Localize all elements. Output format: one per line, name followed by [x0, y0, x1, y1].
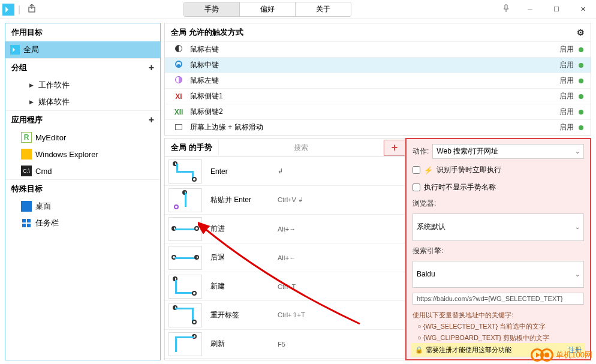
sidebar-item-label: 全局	[23, 44, 39, 55]
main-tabs: 手势 偏好 关于	[183, 2, 351, 17]
status-dot-icon	[579, 63, 583, 68]
dot-circle-icon	[540, 348, 553, 362]
gesture-thumb	[168, 188, 202, 212]
checkbox-hidename[interactable]: 执行时不显示手势名称	[413, 181, 584, 194]
sidebar-section-apps: 应用程序 +	[5, 110, 160, 129]
chevron-down-icon: ⌄	[575, 224, 580, 230]
tab-gestures[interactable]: 手势	[184, 2, 239, 16]
action-label: 动作:	[413, 146, 429, 157]
gesture-row[interactable]: 重开标签Ctrl+⇧+T	[165, 301, 405, 330]
gesture-thumb	[168, 160, 202, 183]
gesture-list: Enter↲ 粘贴并 EnterCtrl+V ↲ 前进Alt+→ 后退Alt+←	[165, 157, 405, 360]
status-dot-icon	[579, 94, 583, 99]
trigger-row[interactable]: XII鼠标侧键2启用	[165, 104, 591, 119]
chevron-down-icon: ⌄	[575, 148, 580, 155]
triangle-icon: ▶	[29, 82, 34, 88]
gesture-row[interactable]: 前进Alt+→	[165, 215, 405, 243]
engine-label: 搜索引擎:	[413, 246, 584, 256]
svg-rect-3	[22, 224, 26, 227]
sidebar: 作用目标 全局 分组 + ▶工作软件 ▶媒体软件 应用程序 + RMyEdito…	[5, 23, 161, 360]
sidebar-item-global[interactable]: 全局	[5, 41, 160, 58]
add-gesture-button[interactable]: +	[384, 140, 405, 156]
add-group-button[interactable]: +	[149, 62, 154, 73]
lightning-icon: ⚡	[424, 166, 433, 175]
svg-rect-2	[27, 219, 31, 222]
titlebar: | 手势 偏好 关于 ─ ☐ ✕	[0, 0, 596, 19]
half-circle-icon	[175, 45, 182, 52]
pin-icon[interactable]	[495, 4, 517, 15]
taskbar-icon	[21, 218, 32, 228]
watermark: 单机100网	[531, 348, 592, 362]
sidebar-item-cmd[interactable]: C:\Cmd	[5, 163, 160, 179]
add-app-button[interactable]: +	[149, 115, 154, 125]
checkbox-immediate[interactable]: ⚡识别手势时立即执行	[413, 164, 584, 176]
engine-select[interactable]: Baidu⌄	[413, 261, 584, 288]
app-icon: R	[21, 132, 32, 143]
svg-rect-4	[27, 224, 31, 227]
divider: |	[17, 4, 22, 15]
action-panel: 动作: Web 搜索/打开网址⌄ ⚡识别手势时立即执行 执行时不显示手势名称 浏…	[405, 138, 591, 360]
circle-icon	[175, 61, 182, 68]
share-icon[interactable]	[24, 4, 40, 14]
close-button[interactable]: ✕	[570, 0, 596, 19]
gesture-thumb	[168, 303, 202, 327]
gesture-row[interactable]: Enter↲	[165, 157, 405, 186]
gesture-search-input[interactable]: 搜索	[218, 140, 384, 155]
folder-icon	[21, 149, 32, 160]
trigger-row[interactable]: XI鼠标侧键1启用	[165, 88, 591, 104]
sidebar-item-media[interactable]: ▶媒体软件	[5, 94, 160, 110]
sidebar-section-target: 作用目标	[5, 23, 160, 41]
gear-icon[interactable]: ⚙	[577, 28, 585, 37]
svg-rect-1	[22, 219, 26, 222]
triangle-icon: ▶	[29, 99, 34, 105]
sidebar-item-explorer[interactable]: Windows Explorer	[5, 146, 160, 163]
chevron-down-icon: ⌄	[575, 271, 580, 278]
lock-icon: 🔒	[415, 346, 423, 354]
trigger-row[interactable]: 鼠标中键启用	[165, 57, 591, 73]
browser-select[interactable]: 系统默认⌄	[413, 213, 584, 241]
rect-icon	[175, 124, 182, 130]
x1-icon: XI	[172, 92, 185, 101]
url-input[interactable]: https://baidu.com/s?wd={WG_SELECTED_TEXT…	[413, 293, 584, 305]
status-dot-icon	[579, 79, 583, 83]
x2-icon: XII	[172, 108, 185, 116]
sidebar-item-myeditor[interactable]: RMyEditor	[5, 129, 160, 146]
gesture-thumb	[168, 217, 202, 241]
tab-about[interactable]: 关于	[295, 2, 351, 16]
sidebar-section-special: 特殊目标	[5, 179, 160, 198]
trigger-row[interactable]: 屏幕上边缘 + 鼠标滑动启用	[165, 119, 591, 135]
desktop-icon	[21, 201, 32, 212]
sidebar-item-desktop[interactable]: 桌面	[5, 198, 160, 215]
gesture-row[interactable]: 后退Alt+←	[165, 243, 405, 272]
gesture-thumb	[168, 246, 202, 270]
gesture-thumb	[168, 332, 202, 356]
maximize-button[interactable]: ☐	[543, 0, 570, 19]
sidebar-item-taskbar[interactable]: 任务栏	[5, 215, 160, 231]
gesture-row[interactable]: 新建Ctrl+T	[165, 272, 405, 301]
half-circle-icon	[175, 76, 182, 83]
status-dot-icon	[579, 125, 583, 130]
cmd-icon: C:\	[21, 166, 32, 176]
cursor-icon	[10, 45, 20, 55]
trigger-title: 全局 允许的触发方式	[171, 27, 243, 38]
gesture-thumb	[168, 275, 202, 299]
browser-label: 浏览器:	[413, 198, 584, 209]
gesture-row[interactable]: 刷新F5	[165, 330, 405, 359]
action-type-select[interactable]: Web 搜索/打开网址⌄	[432, 144, 584, 159]
app-logo-icon	[2, 4, 14, 16]
gesture-title: 全局 的手势	[165, 139, 218, 157]
trigger-row[interactable]: 鼠标左键启用	[165, 73, 591, 88]
sidebar-item-work[interactable]: ▶工作软件	[5, 77, 160, 94]
gesture-panel: 全局 的手势 搜索 + Enter↲ 粘贴并 EnterCtrl+V ↲	[164, 138, 405, 360]
trigger-row[interactable]: 鼠标右键启用	[165, 41, 591, 57]
minimize-button[interactable]: ─	[517, 0, 543, 19]
sidebar-section-group: 分组 +	[5, 58, 160, 77]
trigger-panel: 全局 允许的触发方式 ⚙ 鼠标右键启用 鼠标中键启用 鼠标左键启用 XI鼠标侧键…	[164, 23, 591, 136]
status-dot-icon	[579, 110, 583, 115]
status-dot-icon	[579, 47, 583, 52]
tab-preferences[interactable]: 偏好	[239, 2, 295, 16]
gesture-row[interactable]: 粘贴并 EnterCtrl+V ↲	[165, 186, 405, 215]
